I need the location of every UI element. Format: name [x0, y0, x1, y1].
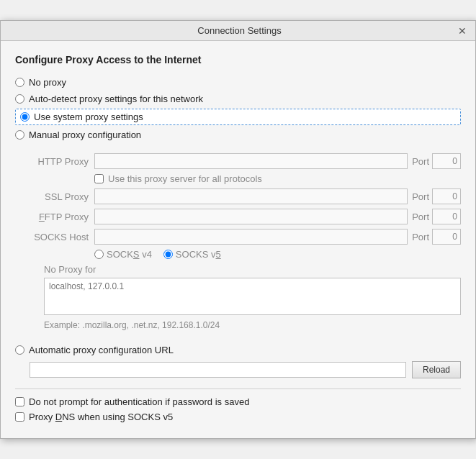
socks-v5-radio[interactable]: [163, 250, 173, 259]
no-proxy-radio[interactable]: [15, 78, 24, 87]
auto-proxy-label: Automatic proxy configuration URL: [29, 345, 174, 355]
section-title: Configure Proxy Access to the Internet: [15, 54, 461, 65]
ftp-port-input[interactable]: [432, 209, 461, 224]
example-text: Example: .mozilla.org, .net.nz, 192.168.…: [44, 320, 461, 330]
socks-v5-option[interactable]: SOCKS v5: [163, 249, 221, 260]
ftp-proxy-row: FFTP Proxy Port: [30, 209, 461, 224]
all-protocols-checkbox[interactable]: [94, 174, 104, 183]
http-proxy-row: HTTP Proxy Port: [30, 153, 461, 169]
close-button[interactable]: ✕: [457, 26, 468, 36]
auto-proxy-option[interactable]: Automatic proxy configuration URL: [15, 342, 461, 358]
dialog-title: Connection Settings: [22, 25, 457, 36]
no-auth-option: Do not prompt for authentication if pass…: [15, 396, 461, 407]
ssl-proxy-input[interactable]: [94, 188, 408, 204]
auto-detect-radio[interactable]: [15, 94, 24, 104]
socks-host-row: SOCKS Host Port: [30, 229, 461, 245]
socks-v4-option[interactable]: SOCKS v4: [94, 249, 152, 260]
ssl-proxy-label: SSL Proxy: [30, 191, 89, 202]
ssl-port-label: Port: [412, 191, 429, 202]
no-auth-label: Do not prompt for authentication if pass…: [29, 396, 249, 407]
ssl-proxy-row: SSL Proxy Port: [30, 188, 461, 204]
socks-v4-label: SOCKS v4: [107, 249, 152, 260]
no-auth-checkbox[interactable]: [15, 397, 24, 406]
manual-proxy-option[interactable]: Manual proxy configuration: [15, 127, 461, 143]
socks-v4-radio[interactable]: [94, 250, 104, 259]
no-proxy-option[interactable]: No proxy: [15, 74, 461, 91]
auto-proxy-url-input[interactable]: [30, 362, 406, 378]
ssl-port-input[interactable]: [432, 188, 461, 204]
all-protocols-row: Use this proxy server for all protocols: [94, 173, 461, 184]
dialog-content: Configure Proxy Access to the Internet N…: [1, 41, 475, 438]
ftp-proxy-label: FFTP Proxy: [30, 212, 89, 222]
auto-proxy-input-row: Reload: [30, 361, 461, 378]
http-proxy-input[interactable]: [94, 153, 408, 169]
connection-settings-dialog: Connection Settings ✕ Configure Proxy Ac…: [0, 20, 476, 439]
http-port-input[interactable]: [432, 153, 461, 169]
manual-proxy-label: Manual proxy configuration: [29, 129, 141, 140]
no-proxy-label: No proxy: [29, 77, 66, 88]
socks-v5-label: SOCKS v5: [176, 249, 221, 260]
system-proxy-radio[interactable]: [20, 112, 30, 122]
auto-detect-option[interactable]: Auto-detect proxy settings for this netw…: [15, 91, 461, 107]
socks-host-label: SOCKS Host: [30, 232, 89, 242]
proxy-dns-checkbox[interactable]: [15, 412, 24, 422]
system-proxy-label: Use system proxy settings: [34, 112, 143, 122]
no-proxy-section: No Proxy for Example: .mozilla.org, .net…: [44, 264, 461, 330]
no-proxy-textarea[interactable]: [44, 278, 461, 315]
ftp-proxy-input[interactable]: [94, 209, 408, 224]
http-proxy-label: HTTP Proxy: [30, 156, 89, 167]
proxy-dns-label: Proxy DNS when using SOCKS v5: [29, 412, 173, 422]
all-protocols-label: Use this proxy server for all protocols: [108, 173, 262, 184]
reload-button[interactable]: Reload: [412, 361, 461, 378]
bottom-section: Do not prompt for authentication if pass…: [15, 388, 461, 422]
http-port-label: Port: [412, 156, 429, 167]
auto-proxy-radio[interactable]: [15, 345, 24, 355]
socks-host-input[interactable]: [94, 229, 408, 245]
socks-version-row: SOCKS v4 SOCKS v5: [94, 249, 461, 260]
socks-port-input[interactable]: [432, 229, 461, 245]
ftp-port-label: Port: [412, 212, 429, 222]
manual-proxy-radio[interactable]: [15, 130, 24, 140]
socks-port-label: Port: [412, 232, 429, 242]
proxy-dns-option: Proxy DNS when using SOCKS v5: [15, 412, 461, 422]
manual-proxy-section: HTTP Proxy Port Use this proxy server fo…: [30, 147, 461, 342]
proxy-options-group: No proxy Auto-detect proxy settings for …: [15, 74, 461, 143]
auto-detect-label: Auto-detect proxy settings for this netw…: [29, 94, 203, 104]
titlebar: Connection Settings ✕: [1, 21, 475, 41]
no-proxy-for-label: No Proxy for: [44, 264, 461, 275]
system-proxy-option[interactable]: Use system proxy settings: [15, 109, 461, 125]
